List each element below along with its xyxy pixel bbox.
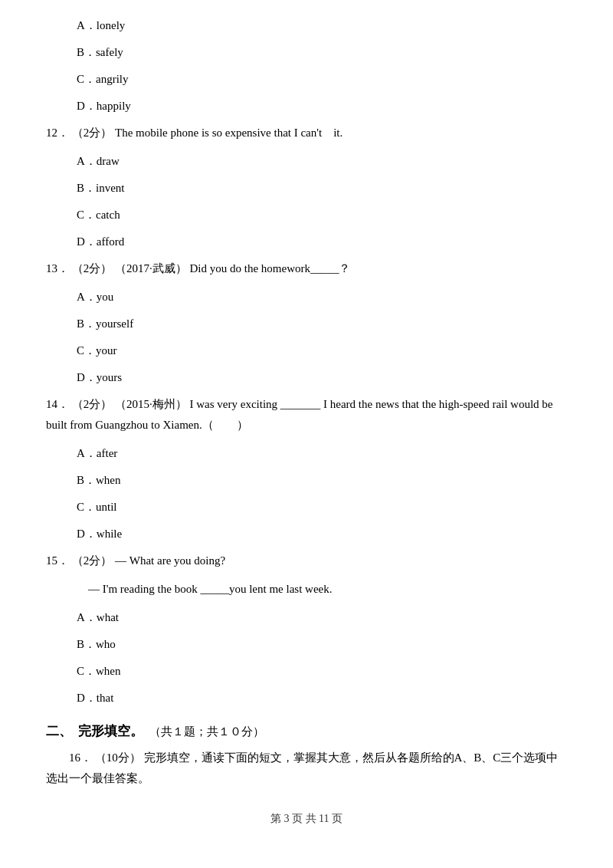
q15-number: 15．	[46, 554, 69, 567]
q12-option-c: C．catch	[77, 205, 567, 225]
option-a-lonely: A．lonely	[77, 15, 567, 36]
q15-option-c: C．when	[77, 661, 567, 682]
option-b-safely: B．safely	[77, 42, 567, 63]
q14-option-d: D．while	[77, 524, 567, 544]
q12-number: 12．	[46, 127, 69, 139]
section-title: 完形填空。	[78, 722, 143, 740]
q15-option-d: D．that	[77, 688, 567, 709]
q14-text: 14． （2分） （2015·梅州） I was very exciting _…	[46, 394, 567, 436]
q14-source: （2015·梅州）	[115, 398, 187, 410]
q12-option-d: D．afford	[77, 232, 567, 252]
q13-option-d: D．yours	[77, 367, 567, 388]
q13-number: 13．	[46, 262, 69, 275]
q14-option-b: B．when	[77, 470, 567, 491]
q16-score: （10分）	[95, 751, 141, 764]
question-16: 16． （10分） 完形填空，通读下面的短文，掌握其大意，然后从各题所给的A、B…	[46, 748, 567, 789]
q16-desc: 16． （10分） 完形填空，通读下面的短文，掌握其大意，然后从各题所给的A、B…	[46, 748, 567, 789]
q15-option-b: B．who	[77, 634, 567, 655]
q16-number: 16．	[69, 751, 92, 764]
section-2-header: 二、 完形填空。 （共１题；共１０分）	[46, 722, 567, 740]
page-number: 第 3 页 共 11 页	[270, 813, 343, 824]
prev-options-block: A．lonely B．safely C．angrily D．happily	[46, 15, 567, 117]
option-letter: D．happily	[77, 100, 131, 112]
option-c-angrily: C．angrily	[77, 69, 567, 90]
q14-score: （2分）	[72, 398, 113, 410]
option-letter: C．angrily	[77, 73, 129, 85]
section-number: 二、	[46, 722, 72, 740]
option-letter: B．safely	[77, 46, 123, 58]
q15-text: 15． （2分） — What are you doing?	[46, 551, 567, 571]
q15-option-a: A．what	[77, 607, 567, 628]
q13-content: Did you do the homework_____？	[190, 262, 351, 275]
q14-option-a: A．after	[77, 443, 567, 464]
q12-text: 12． （2分） The mobile phone is so expensiv…	[46, 123, 567, 143]
q13-text: 13． （2分） （2017·武威） Did you do the homewo…	[46, 258, 567, 279]
q13-option-c: C．your	[77, 340, 567, 361]
section-note: （共１题；共１０分）	[149, 725, 264, 739]
q15-dialog-a-text: — I'm reading the book _____you lent me …	[88, 583, 332, 595]
question-15: 15． （2分） — What are you doing? — I'm rea…	[46, 551, 567, 709]
q14-option-c: C．until	[77, 497, 567, 518]
q13-source: （2017·武威）	[115, 262, 187, 275]
question-12: 12． （2分） The mobile phone is so expensiv…	[46, 123, 567, 252]
option-d-happily: D．happily	[77, 96, 567, 117]
option-letter: A．lonely	[77, 19, 125, 31]
q14-number: 14．	[46, 398, 69, 410]
q12-option-a: A．draw	[77, 151, 567, 172]
page-footer: 第 3 页 共 11 页	[46, 812, 567, 826]
q15-score: （2分）	[72, 554, 113, 567]
q15-dialog-q: — What are you doing?	[115, 554, 225, 567]
question-14: 14． （2分） （2015·梅州） I was very exciting _…	[46, 394, 567, 544]
q13-score: （2分）	[72, 262, 113, 275]
q12-score: （2分）	[72, 127, 113, 139]
question-13: 13． （2分） （2017·武威） Did you do the homewo…	[46, 258, 567, 388]
q13-option-b: B．yourself	[77, 314, 567, 334]
q12-option-b: B．invent	[77, 178, 567, 199]
q15-dialog-a: — I'm reading the book _____you lent me …	[88, 579, 567, 600]
q12-content: The mobile phone is so expensive that I …	[115, 127, 343, 139]
q13-option-a: A．you	[77, 287, 567, 307]
